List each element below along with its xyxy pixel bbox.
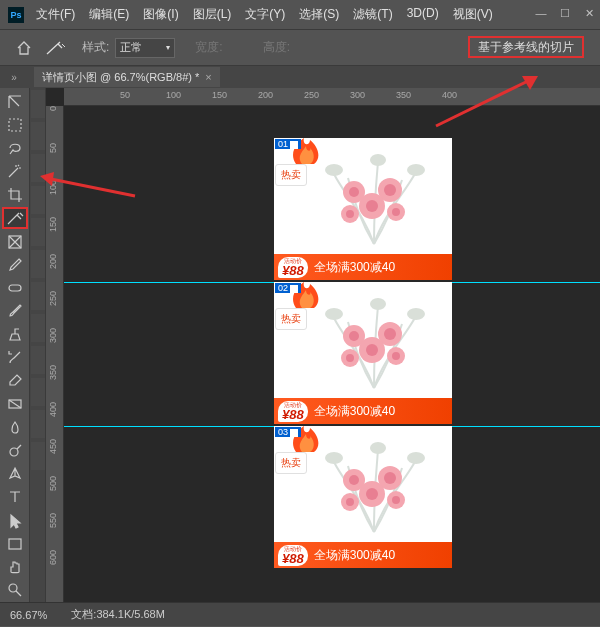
menu-item[interactable]: 3D(D) — [401, 3, 445, 26]
tab-close-icon[interactable]: × — [205, 71, 211, 83]
svg-point-18 — [346, 210, 354, 218]
menu-item[interactable]: 文字(Y) — [239, 3, 291, 26]
product-image — [304, 144, 444, 250]
svg-point-7 — [325, 164, 343, 176]
frame-tool[interactable] — [2, 231, 28, 252]
menu-item[interactable]: 编辑(E) — [83, 3, 135, 26]
menu-item[interactable]: 滤镜(T) — [347, 3, 398, 26]
magic-wand-tool[interactable] — [2, 161, 28, 182]
menubar: 文件(F)编辑(E)图像(I)图层(L)文字(Y)选择(S)滤镜(T)3D(D)… — [30, 3, 499, 26]
panel-tab[interactable] — [31, 442, 45, 470]
product-image — [304, 432, 444, 538]
panel-tab[interactable] — [31, 346, 45, 374]
svg-point-35 — [370, 442, 386, 454]
slice-from-guides-button[interactable]: 基于参考线的切片 — [468, 36, 584, 58]
pen-tool[interactable] — [2, 464, 28, 485]
svg-point-31 — [346, 354, 354, 362]
minimize-button[interactable]: — — [534, 6, 548, 20]
promo-bar: 活动价¥88全场满300减40 — [274, 542, 452, 568]
svg-point-15 — [349, 187, 359, 197]
panel-tab[interactable] — [31, 250, 45, 278]
crop-tool[interactable] — [2, 184, 28, 205]
svg-point-20 — [325, 308, 343, 320]
product-image — [304, 288, 444, 394]
svg-marker-47 — [40, 172, 54, 186]
svg-line-48 — [436, 80, 530, 126]
style-select[interactable]: 正常 ▾ — [115, 38, 175, 58]
chevron-down-icon: ▾ — [166, 43, 170, 52]
hand-tool[interactable] — [2, 556, 28, 577]
lasso-tool[interactable] — [2, 137, 28, 158]
clone-stamp-tool[interactable] — [2, 324, 28, 345]
options-bar: 样式: 正常 ▾ 宽度: 高度: 基于参考线的切片 — [0, 30, 600, 66]
eraser-tool[interactable] — [2, 371, 28, 392]
slice-tool-icon — [46, 37, 68, 59]
gradient-tool[interactable] — [2, 394, 28, 415]
slice-badge: 03 — [275, 427, 301, 437]
panel-tab[interactable] — [31, 90, 45, 118]
hot-tag: 热卖 — [275, 452, 307, 474]
hot-tag: 热卖 — [275, 308, 307, 330]
slice-2[interactable]: 02热卖活动价¥88全场满300减40 — [274, 282, 452, 424]
expand-panels-icon[interactable]: » — [0, 66, 28, 88]
svg-point-9 — [370, 154, 386, 166]
svg-rect-2 — [9, 285, 21, 291]
canvas-area[interactable]: 50100150200250300350400 0501001502002503… — [46, 88, 600, 602]
svg-point-8 — [407, 164, 425, 176]
promo-text: 全场满300减40 — [314, 547, 395, 564]
window-controls: — ☐ ✕ — [534, 6, 596, 20]
menu-item[interactable]: 视图(V) — [447, 3, 499, 26]
panel-tab[interactable] — [31, 122, 45, 150]
slice-tool[interactable] — [2, 207, 28, 229]
path-selection-tool[interactable] — [2, 510, 28, 531]
svg-point-34 — [407, 452, 425, 464]
svg-point-42 — [384, 472, 396, 484]
svg-line-46 — [46, 178, 135, 196]
document-tab[interactable]: 详情页小图 @ 66.7%(RGB/8#) * × — [34, 67, 220, 87]
menu-item[interactable]: 文件(F) — [30, 3, 81, 26]
eyedropper-tool[interactable] — [2, 254, 28, 275]
healing-brush-tool[interactable] — [2, 278, 28, 299]
brush-tool[interactable] — [2, 301, 28, 322]
zoom-tool[interactable] — [2, 580, 28, 601]
type-tool[interactable] — [2, 487, 28, 508]
dodge-tool[interactable] — [2, 440, 28, 461]
collapsed-panels — [30, 88, 46, 602]
panel-tab[interactable] — [31, 218, 45, 246]
slice-1[interactable]: 01热卖活动价¥88全场满300减40 — [274, 138, 452, 280]
panel-tab[interactable] — [31, 378, 45, 406]
svg-point-4 — [10, 448, 18, 456]
menu-item[interactable]: 图像(I) — [137, 3, 184, 26]
slice-3[interactable]: 03热卖活动价¥88全场满300减40 — [274, 426, 452, 568]
style-label: 样式: — [82, 39, 109, 56]
slice-badge: 01 — [275, 139, 301, 149]
home-icon[interactable] — [12, 36, 36, 60]
app-logo: Ps — [8, 7, 24, 23]
blur-tool[interactable] — [2, 417, 28, 438]
height-label: 高度: — [263, 39, 290, 56]
panel-tab[interactable] — [31, 282, 45, 310]
move-tool[interactable] — [2, 91, 28, 112]
menu-item[interactable]: 图层(L) — [187, 3, 238, 26]
close-button[interactable]: ✕ — [582, 6, 596, 20]
svg-point-29 — [384, 328, 396, 340]
canvas-background: 01热卖活动价¥88全场满300减40 02热卖活动价¥88全场满300减40 … — [64, 106, 600, 602]
rectangle-tool[interactable] — [2, 533, 28, 554]
svg-point-33 — [325, 452, 343, 464]
svg-point-17 — [366, 200, 378, 212]
svg-point-21 — [407, 308, 425, 320]
svg-point-6 — [9, 584, 17, 592]
zoom-level[interactable]: 66.67% — [10, 609, 47, 621]
marquee-tool[interactable] — [2, 114, 28, 135]
panel-tab[interactable] — [31, 314, 45, 342]
status-bar: 66.67% 文档:384.1K/5.68M — [0, 602, 600, 626]
menu-item[interactable]: 选择(S) — [293, 3, 345, 26]
promo-text: 全场满300减40 — [314, 259, 395, 276]
promo-text: 全场满300减40 — [314, 403, 395, 420]
panel-tab[interactable] — [31, 410, 45, 438]
width-label: 宽度: — [195, 39, 222, 56]
svg-point-45 — [392, 496, 400, 504]
maximize-button[interactable]: ☐ — [558, 6, 572, 20]
svg-point-19 — [392, 208, 400, 216]
history-brush-tool[interactable] — [2, 347, 28, 368]
